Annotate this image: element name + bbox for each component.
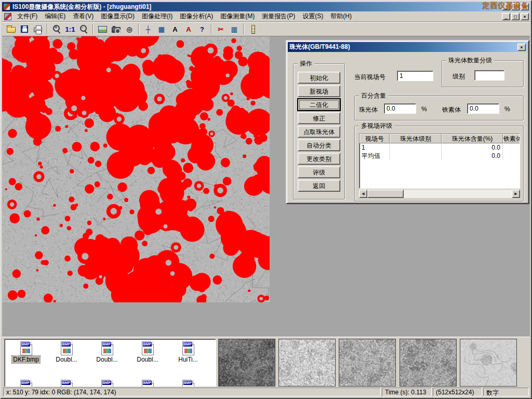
menu-item[interactable]: 图像分析(A): [176, 10, 217, 22]
font-style-icon: A: [186, 26, 191, 33]
return-button[interactable]: 返回: [298, 180, 340, 192]
scrollbar-track[interactable]: [404, 190, 512, 198]
thumbnail-1[interactable]: [218, 339, 275, 387]
current-field-input[interactable]: [397, 71, 433, 81]
operation-group: 操作 初始化新视场二值化修正点取珠光体自动分类更改类别评级返回: [293, 63, 345, 200]
bmp-tag: BMP: [62, 342, 71, 347]
bmp-file-icon: BMP: [142, 341, 154, 355]
file-item[interactable]: BMPDoubl...: [47, 340, 86, 365]
measure-grid-button[interactable]: ▦: [155, 23, 168, 35]
measure-grid-icon: ▦: [158, 26, 165, 33]
annotate-text-button[interactable]: A: [168, 23, 182, 35]
menu-item[interactable]: 图像测量(M): [217, 10, 258, 22]
measure-cross-icon: ┼: [145, 26, 150, 33]
open-button[interactable]: [4, 23, 18, 35]
help-button[interactable]: ?: [195, 23, 209, 35]
menu-item[interactable]: 设置(S): [299, 10, 327, 22]
bmp-tag: BMP: [62, 381, 71, 385]
thumbnail-2[interactable]: [278, 339, 336, 387]
new-field-button[interactable]: 新视场: [298, 85, 340, 97]
measure-cross-button[interactable]: ┼: [141, 23, 155, 35]
camera-capture-button[interactable]: [109, 23, 123, 35]
overlay-grid-button[interactable]: ▥: [228, 23, 241, 35]
file-list-panel: BMPDKF.bmpBMPDoubl...BMPDoubl...BMPDoubl…: [4, 339, 216, 388]
pearlite-percent-input[interactable]: [384, 103, 416, 114]
zoom-in-button[interactable]: +: [50, 23, 63, 35]
table-row[interactable]: 10.0: [360, 143, 520, 152]
zoom-out-button[interactable]: -: [77, 23, 90, 35]
file-label[interactable]: HuiTi...: [177, 356, 199, 363]
vertical-ruler-button[interactable]: [246, 23, 260, 35]
menu-item[interactable]: 图像处理(I): [138, 10, 176, 22]
file-label[interactable]: Doubl...: [55, 356, 78, 363]
micrograph-image[interactable]: [2, 36, 270, 302]
thumbnail-3[interactable]: [339, 339, 396, 387]
image-display-button[interactable]: [96, 23, 109, 35]
font-style-button[interactable]: A: [182, 23, 195, 35]
file-item[interactable]: BMPDoubl...: [128, 340, 167, 365]
dialog-close-button[interactable]: ×: [517, 44, 526, 51]
auto-classify-button[interactable]: 自动分类: [298, 139, 340, 151]
scroll-left-icon[interactable]: ◀: [359, 190, 367, 198]
scrollbar-thumb[interactable]: [367, 190, 404, 198]
cut-button[interactable]: ✂: [214, 23, 228, 35]
table-header-cell[interactable]: 视场号: [360, 134, 390, 143]
menu-item[interactable]: 测量报告(P): [258, 10, 299, 22]
save-button[interactable]: [18, 23, 31, 35]
bmp-art: [103, 349, 111, 353]
actual-size-button[interactable]: 1:1: [63, 23, 77, 35]
zoom-sign: +: [55, 25, 57, 30]
table-header-cell[interactable]: 珠光体含量(%): [442, 134, 503, 143]
dialog-title-bar[interactable]: 珠光体(GB/T9441-88) ×: [288, 42, 527, 52]
percent-group-label: 百分含量: [359, 92, 388, 99]
zoom-out-icon: -: [79, 24, 88, 34]
bmp-art: [184, 349, 192, 353]
bmp-file-icon: BMP: [182, 341, 194, 355]
zoom-in-icon: +: [52, 24, 61, 34]
mdi-close-button[interactable]: ×: [521, 13, 529, 20]
menu-item[interactable]: 查看(V): [69, 10, 97, 22]
grading-group-label: 珠光体数量分级: [446, 57, 494, 64]
pick-pearlite-button[interactable]: 点取珠光体: [298, 126, 340, 138]
bmp-art: [63, 349, 71, 353]
table-header-cell[interactable]: 铁素体含量(%): [503, 134, 520, 143]
table-h-scrollbar[interactable]: ◀ ▶: [359, 190, 520, 198]
menu-item[interactable]: 帮助(H): [327, 10, 355, 22]
file-item[interactable]: BMPHuiTi...: [169, 340, 207, 365]
table-row[interactable]: 平均值0.0: [360, 152, 520, 160]
menu-item[interactable]: 编辑(E): [41, 10, 69, 22]
file-item[interactable]: BMPDKF.bmp: [7, 340, 45, 365]
file-item[interactable]: BMPDoubl...: [88, 340, 126, 365]
correct-button[interactable]: 修正: [298, 112, 340, 124]
mdi-minimize-button[interactable]: _: [502, 13, 510, 20]
mdi-restore-button[interactable]: □: [511, 13, 520, 20]
rate-button[interactable]: 评级: [298, 166, 340, 178]
thumbnail-5[interactable]: [460, 339, 517, 387]
change-class-button[interactable]: 更改类别: [298, 153, 340, 165]
print-button[interactable]: [31, 23, 45, 35]
toolbar-separator: [243, 24, 244, 34]
filmstrip: BMPDKF.bmpBMPDoubl...BMPDoubl...BMPDoubl…: [2, 337, 530, 389]
table-header-cell[interactable]: 珠光体级别: [390, 134, 442, 143]
initialize-button[interactable]: 初始化: [298, 72, 340, 84]
menu-item[interactable]: 图像显示(D): [97, 10, 138, 22]
grade-input[interactable]: [474, 70, 504, 81]
file-label[interactable]: DKF.bmp: [12, 356, 39, 363]
ferrite-percent-input[interactable]: [467, 103, 499, 114]
menu-item[interactable]: 文件(F): [14, 10, 41, 22]
main-window: IS100显微摄像系统(金相分析版) - [zhuguangti01] _ □ …: [0, 0, 532, 399]
bmp-file-icon: BMP: [20, 341, 32, 355]
binarize-button[interactable]: 二值化: [298, 99, 340, 111]
table-cell: [503, 143, 520, 152]
file-label[interactable]: Doubl...: [95, 356, 118, 363]
capture-target-button[interactable]: ◎: [123, 23, 136, 35]
pearlite-dialog: 珠光体(GB/T9441-88) × 操作 初始化新视场二值化修正点取珠光体自动…: [286, 40, 529, 204]
thumbnail-4[interactable]: [400, 339, 457, 387]
toolbar-separator: [47, 24, 48, 34]
file-label[interactable]: Doubl...: [136, 356, 159, 363]
cut-icon: ✂: [218, 26, 224, 33]
scroll-right-icon[interactable]: ▶: [512, 190, 520, 198]
save-icon: [21, 25, 28, 33]
bmp-tag: BMP: [143, 381, 152, 385]
toolbar-separator: [92, 24, 94, 34]
